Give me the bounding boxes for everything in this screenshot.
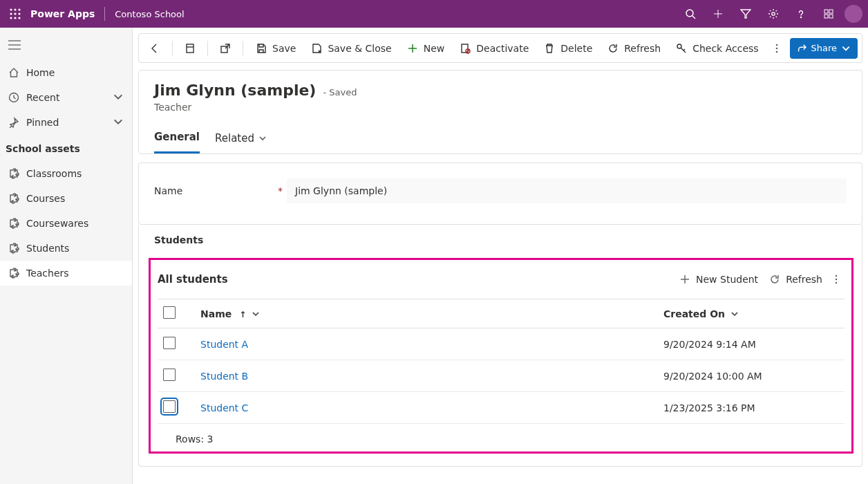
record-entity: Teacher — [154, 102, 847, 113]
svg-point-9 — [686, 10, 693, 17]
students-table: Name ↑ Created On — [158, 299, 845, 424]
nav-collapse-icon[interactable] — [0, 32, 132, 60]
sort-asc-icon: ↑ — [239, 310, 246, 319]
delete-button[interactable]: Delete — [537, 37, 599, 60]
puzzle-icon — [8, 218, 19, 229]
svg-rect-17 — [829, 10, 833, 13]
student-link[interactable]: Student A — [200, 339, 248, 350]
puzzle-icon — [8, 193, 19, 204]
field-name-input[interactable]: Jim Glynn (sample) — [287, 178, 847, 203]
share-icon — [797, 44, 806, 53]
command-bar: Save Save & Close New Deactivate Delete — [138, 33, 862, 63]
app-switcher-icon[interactable] — [815, 0, 842, 28]
home-icon — [8, 67, 19, 78]
subgrid-new-button[interactable]: New Student — [674, 268, 764, 290]
overflow-menu[interactable] — [767, 37, 786, 60]
svg-point-7 — [14, 17, 16, 19]
deactivate-icon — [460, 43, 471, 54]
save-close-label: Save & Close — [328, 43, 391, 54]
settings-gear-icon[interactable] — [760, 0, 787, 28]
table-row[interactable]: Student B 9/20/2024 10:00 AM — [158, 360, 845, 392]
panel-icon[interactable] — [178, 37, 202, 60]
trash-icon — [544, 43, 555, 54]
subgrid-toolbar: All students New Student Refresh — [158, 268, 845, 299]
svg-point-35 — [775, 50, 777, 53]
record-title: Jim Glynn (sample) — [154, 82, 316, 99]
nav-home-label: Home — [26, 67, 55, 78]
nav-recent[interactable]: Recent — [0, 85, 132, 110]
user-avatar[interactable] — [845, 5, 862, 23]
popout-icon[interactable] — [214, 37, 237, 60]
environment-name: Contoso School — [115, 9, 184, 19]
chevron-down-icon — [841, 44, 851, 53]
key-icon — [676, 43, 687, 54]
svg-point-8 — [18, 17, 20, 19]
svg-point-33 — [775, 44, 777, 46]
nav-courses[interactable]: Courses — [0, 186, 132, 211]
chevron-down-icon — [258, 134, 267, 142]
svg-rect-16 — [824, 10, 828, 13]
row-checkbox[interactable] — [163, 400, 176, 413]
svg-rect-24 — [187, 44, 194, 53]
share-button[interactable]: Share — [790, 38, 858, 59]
waffle-icon[interactable] — [6, 4, 25, 24]
record-tabs: General Related — [154, 125, 847, 153]
refresh-icon — [607, 43, 619, 54]
table-row[interactable]: Student C 1/23/2025 3:16 PM — [158, 392, 845, 424]
deactivate-button[interactable]: Deactivate — [453, 37, 536, 60]
save-close-button[interactable]: Save & Close — [304, 37, 398, 60]
tab-related[interactable]: Related — [215, 125, 267, 153]
save-close-icon — [311, 43, 322, 54]
help-icon[interactable] — [787, 0, 815, 28]
left-nav: Home Recent Pinned School assets Classro… — [0, 28, 133, 484]
subgrid-new-label: New Student — [696, 274, 758, 285]
app-header: Power Apps Contoso School — [0, 0, 868, 28]
row-checkbox[interactable] — [163, 369, 176, 381]
save-button[interactable]: Save — [249, 37, 303, 60]
nav-teachers[interactable]: Teachers — [0, 261, 132, 286]
pin-icon — [8, 117, 19, 128]
nav-classrooms-label: Classrooms — [26, 168, 82, 179]
student-link[interactable]: Student C — [200, 402, 248, 413]
subgrid-refresh-button[interactable]: Refresh — [764, 268, 828, 290]
refresh-icon — [769, 274, 780, 285]
filter-icon[interactable] — [732, 0, 760, 28]
nav-courses-label: Courses — [26, 193, 65, 204]
col-created-on[interactable]: Created On — [658, 299, 845, 328]
row-checkbox[interactable] — [163, 337, 176, 349]
select-all-checkbox[interactable] — [163, 306, 176, 319]
students-subgrid: Students All students New Student Refres… — [138, 225, 862, 467]
check-access-button[interactable]: Check Access — [669, 37, 765, 60]
refresh-label: Refresh — [624, 43, 661, 54]
nav-coursewares-label: Coursewares — [26, 218, 88, 229]
record-header: Jim Glynn (sample) - Saved Teacher Gener… — [138, 70, 862, 154]
svg-line-10 — [692, 16, 695, 19]
puzzle-icon — [8, 268, 19, 279]
svg-point-40 — [836, 282, 837, 283]
deactivate-label: Deactivate — [476, 43, 529, 54]
svg-rect-29 — [462, 44, 468, 53]
student-link[interactable]: Student B — [200, 371, 248, 382]
svg-point-3 — [10, 12, 12, 15]
nav-pinned[interactable]: Pinned — [0, 110, 132, 135]
svg-rect-18 — [824, 15, 828, 18]
search-icon[interactable] — [677, 0, 704, 28]
subgrid-overflow[interactable] — [828, 268, 845, 290]
nav-classrooms[interactable]: Classrooms — [0, 161, 132, 186]
new-button[interactable]: New — [400, 37, 452, 60]
tab-general[interactable]: General — [154, 125, 200, 153]
back-button[interactable] — [143, 37, 167, 60]
subgrid-view-name[interactable]: All students — [158, 273, 228, 286]
save-icon — [256, 43, 267, 54]
col-name[interactable]: Name ↑ — [195, 299, 658, 328]
field-name-label: Name — [154, 185, 273, 196]
content-area: Save Save & Close New Deactivate Delete — [133, 28, 868, 484]
add-icon[interactable] — [704, 0, 732, 28]
refresh-button[interactable]: Refresh — [601, 37, 668, 60]
table-row[interactable]: Student A 9/20/2024 9:14 AM — [158, 328, 845, 360]
nav-coursewares[interactable]: Coursewares — [0, 211, 132, 236]
svg-point-1 — [14, 8, 16, 10]
nav-students[interactable]: Students — [0, 236, 132, 261]
row-count: Rows: 3 — [158, 424, 845, 445]
nav-home[interactable]: Home — [0, 60, 132, 85]
